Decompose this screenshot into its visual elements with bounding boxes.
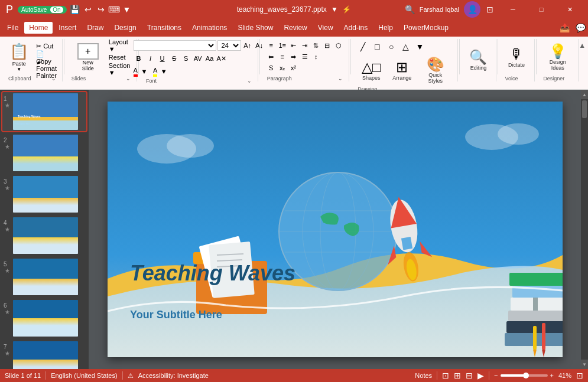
save-icon[interactable]: 💾 [70,5,80,14]
quick-styles-button[interactable]: 🎨 Quick Styles [418,54,453,86]
scroll-down-button[interactable]: ▼ [581,360,588,369]
menu-view[interactable]: View [313,22,338,34]
slide-subtitle[interactable]: Your Subtitle Here [130,309,222,321]
accessibility-label[interactable]: Accessibility: Investigate [138,372,209,379]
menu-help[interactable]: Help [373,22,398,34]
slide-thumb-4[interactable]: 4 ★ [2,216,86,255]
ribbon-collapse-button[interactable]: ▲ [579,41,586,50]
dictate-button[interactable]: 🎙 Dictate [502,44,531,70]
layout-button[interactable]: Layout ▼ [107,40,132,51]
font-color-dropdown[interactable]: ▼ [139,66,150,77]
menu-transitions[interactable]: Transitions [142,22,186,34]
user-avatar[interactable]: 👤 [464,1,480,18]
design-ideas-button[interactable]: 💡 Design Ideas [542,41,573,73]
clipboard-label[interactable]: Clipboard ⌄ [7,76,57,81]
autosave-toggle[interactable]: AutoSave On [18,6,67,14]
italic-button[interactable]: I [145,53,156,64]
shadow-button[interactable]: S [181,53,191,64]
underline-button[interactable]: U [157,53,168,64]
highlight-dropdown[interactable]: ▼ [158,66,169,77]
scroll-up-button[interactable]: ▲ [581,90,588,99]
menu-review[interactable]: Review [279,22,311,34]
shape-rect-icon[interactable]: □ [371,40,384,53]
slide-thumb-2[interactable]: 2 ★ [2,133,86,172]
menu-draw[interactable]: Draw [82,22,108,34]
increase-font-button[interactable]: A↑ [242,40,253,51]
zoom-slider[interactable]: − + [494,372,554,379]
font-size-select[interactable]: 24 [217,40,241,51]
more-icon[interactable]: ▼ [122,5,132,14]
editing-button[interactable]: 🔍 Editing [463,47,493,73]
ribbon-toggle-icon[interactable]: ⊡ [485,5,495,14]
zoom-level[interactable]: 41% [558,372,571,379]
reading-view-button[interactable]: ⊟ [466,371,473,380]
zoom-out-button[interactable]: − [494,372,498,379]
minimize-button[interactable]: ─ [499,0,527,19]
bullets-button[interactable]: ≡ [266,40,277,51]
close-button[interactable]: ✕ [556,0,583,19]
text-columns-button[interactable]: ⊟ [322,40,333,51]
slide-canvas[interactable]: Teaching Waves Your Subtitle Here [108,102,563,357]
maximize-button[interactable]: □ [528,0,555,19]
font-family-select[interactable] [134,40,216,51]
shape-oval-icon[interactable]: ○ [385,40,398,53]
new-slide-button[interactable]: + New Slide [70,42,106,73]
font-label[interactable]: Font ⌄ [145,78,253,84]
increase-indent-button[interactable]: ⇥ [300,40,310,51]
shape-triangle-icon[interactable]: △ [399,40,412,53]
subscript-button[interactable]: x₂ [277,63,288,73]
bold-button[interactable]: B [134,53,144,64]
section-button[interactable]: Section ▼ [107,64,132,74]
menu-design[interactable]: Design [109,22,141,34]
menu-addins[interactable]: Add-ins [339,22,373,34]
line-spacing-button[interactable]: ↕ [311,51,321,62]
slide-thumb-3[interactable]: 3 ★ [2,175,86,214]
slide-thumb-7[interactable]: 7 ★ [2,340,86,369]
slide-thumb-1[interactable]: 1 ★ Teaching Waves Your Subtitle Here [2,92,86,131]
paragraph-label[interactable]: Paragraph ⌄ [266,76,344,81]
shape-line-icon[interactable]: ╱ [356,40,369,53]
shapes-more-icon[interactable]: ▼ [413,40,426,53]
reset-button[interactable]: Reset [107,52,132,63]
notes-button[interactable]: Notes [415,372,432,379]
search-icon[interactable]: 🔍 [405,5,415,14]
numbering-button[interactable]: 1≡ [277,40,288,51]
superscript-button[interactable]: x² [288,63,299,73]
scroll-thumb[interactable] [582,100,587,118]
format-painter-button[interactable]: 🖌 Format Painter [34,63,59,74]
fit-to-window-button[interactable]: ⊡ [576,371,583,380]
menu-animations[interactable]: Animations [187,22,232,34]
shapes-button[interactable]: △□ Shapes [356,57,386,83]
arrange-button[interactable]: ⊞ Arrange [387,57,417,83]
align-center-button[interactable]: ≡ [277,51,288,62]
zoom-track[interactable] [501,374,548,377]
text-highlight-button[interactable]: A [153,67,157,77]
align-right-button[interactable]: ➡ [288,51,299,62]
zoom-thumb[interactable] [523,373,529,378]
slide-title[interactable]: Teaching Waves [130,261,295,286]
slide-thumb-5[interactable]: 5 ★ [2,257,86,296]
menu-home[interactable]: Home [24,22,53,34]
paste-button[interactable]: 📋 Paste ▼ [6,41,32,73]
char-spacing-button[interactable]: AV [193,53,203,64]
slides-label[interactable]: Slides ⌄ [70,76,132,81]
presentation-view-button[interactable]: ▶ [477,371,484,380]
align-left-button[interactable]: ⬅ [266,51,277,62]
text-shadow-para-button[interactable]: S [266,63,277,73]
decrease-indent-button[interactable]: ⇤ [288,40,299,51]
menu-file[interactable]: File [2,22,23,34]
slide-thumb-6[interactable]: 6 ★ [2,299,86,338]
redo-icon[interactable]: ↪ [96,5,106,14]
clear-format-button[interactable]: A✕ [216,53,227,64]
menu-powermockup[interactable]: PowerMockup [399,22,453,34]
slide-sorter-button[interactable]: ⊞ [454,371,461,380]
text-direction-button[interactable]: ⇅ [311,40,321,51]
zoom-in-button[interactable]: + [550,372,554,379]
comments-icon[interactable]: 💬 [576,23,586,32]
menu-insert[interactable]: Insert [54,22,81,34]
customize-icon[interactable]: ⌨ [109,5,119,14]
scroll-track[interactable] [581,99,588,360]
language-label[interactable]: English (United States) [51,372,118,379]
strikethrough-button[interactable]: S [169,53,180,64]
font-color-button[interactable]: A [134,67,138,77]
